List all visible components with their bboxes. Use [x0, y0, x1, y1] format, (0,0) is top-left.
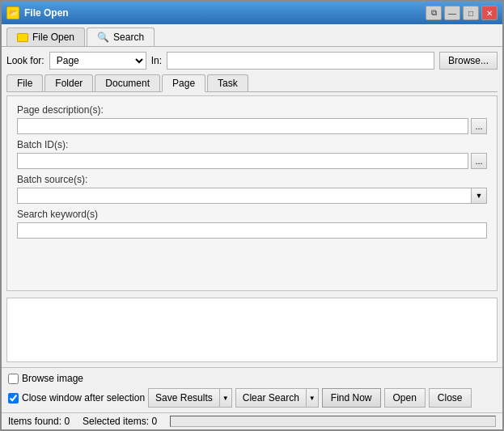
browse-image-checkbox[interactable]	[8, 374, 19, 384]
tab-file-open-label: File Open	[32, 32, 74, 43]
tab-file[interactable]: File	[6, 74, 43, 91]
tab-folder[interactable]: Folder	[44, 74, 93, 91]
batch-id-browse-button[interactable]: ...	[471, 153, 487, 169]
tab-task[interactable]: Task	[207, 74, 248, 91]
page-desc-label: Page description(s):	[17, 104, 487, 116]
tab-search[interactable]: 🔍 Search	[87, 27, 155, 46]
batch-source-row: ▼	[17, 188, 487, 204]
title-bar: 📂 File Open ⧉ — □ ✕	[2, 2, 502, 24]
minimize-button[interactable]: —	[444, 6, 460, 20]
tab-search-label: Search	[113, 32, 144, 43]
close-button[interactable]: Close	[429, 388, 472, 408]
clear-search-dropdown-button[interactable]: ▼	[306, 388, 319, 408]
search-keyword-input[interactable]	[17, 222, 487, 239]
clear-search-button[interactable]: Clear Search	[235, 388, 306, 408]
main-window: 📂 File Open ⧉ — □ ✕ File Open 🔍 Search L…	[0, 0, 504, 431]
app-icon: 📂	[6, 6, 19, 19]
inner-tab-bar: File Folder Document Page Task	[6, 74, 498, 92]
batch-source-group: Batch source(s): ▼	[17, 174, 487, 204]
tab-page[interactable]: Page	[162, 74, 205, 92]
bottom-actions: Close window after selection Save Result…	[8, 388, 496, 408]
selected-items-label: Selected items:	[83, 416, 149, 427]
status-bar: Items found: 0 Selected items: 0	[2, 412, 502, 429]
items-found-label: Items found:	[8, 416, 61, 427]
page-desc-group: Page description(s): ...	[17, 104, 487, 134]
page-desc-browse-button[interactable]: ...	[471, 118, 487, 134]
clear-search-split-button: Clear Search ▼	[235, 388, 319, 408]
close-window-checkbox-item: Close window after selection	[8, 392, 145, 404]
browse-image-checkbox-item: Browse image	[8, 373, 83, 384]
selected-items-text: Selected items: 0	[83, 416, 157, 427]
batch-id-input[interactable]	[17, 153, 468, 169]
batch-source-input[interactable]	[17, 188, 471, 204]
find-now-button[interactable]: Find Now	[322, 388, 381, 408]
batch-id-group: Batch ID(s): ...	[17, 139, 487, 169]
title-bar-left: 📂 File Open	[6, 6, 69, 19]
look-for-label: Look for:	[6, 55, 44, 66]
tab-document[interactable]: Document	[95, 74, 160, 91]
folder-icon	[17, 33, 28, 42]
content-area: Look for: Page File Folder Document Task…	[2, 47, 502, 367]
close-window-label[interactable]: Close window after selection	[22, 392, 145, 404]
page-desc-row: ...	[17, 118, 487, 134]
tab-file-open[interactable]: File Open	[6, 27, 85, 46]
maximize-button[interactable]: □	[463, 6, 479, 20]
items-found-value: 0	[64, 416, 70, 427]
bottom-bar: Browse image Close window after selectio…	[2, 367, 502, 412]
close-window-button[interactable]: ✕	[481, 6, 498, 20]
preview-area	[6, 298, 498, 362]
keyword-group: Search keyword(s)	[17, 209, 487, 239]
selected-items-value: 0	[151, 416, 157, 427]
open-button[interactable]: Open	[384, 388, 426, 408]
search-keyword-label: Search keyword(s)	[17, 209, 487, 220]
browse-image-label[interactable]: Browse image	[22, 373, 83, 384]
restore-button[interactable]: ⧉	[426, 6, 442, 20]
items-found-text: Items found: 0	[8, 416, 70, 427]
batch-id-label: Batch ID(s):	[17, 139, 487, 150]
browse-button[interactable]: Browse...	[439, 52, 498, 70]
form-section: Page description(s): ... Batch ID(s): ..…	[6, 95, 498, 291]
save-results-button[interactable]: Save Results	[148, 388, 219, 408]
save-results-dropdown-button[interactable]: ▼	[219, 388, 232, 408]
batch-id-row: ...	[17, 153, 487, 169]
title-bar-controls: ⧉ — □ ✕	[426, 6, 498, 20]
look-for-row: Look for: Page File Folder Document Task…	[6, 52, 498, 70]
checkbox-row: Browse image	[8, 373, 496, 384]
window-title: File Open	[24, 7, 69, 19]
batch-source-label: Batch source(s):	[17, 174, 487, 185]
in-input[interactable]	[167, 52, 434, 70]
page-desc-input[interactable]	[17, 118, 468, 134]
progress-bar	[170, 416, 496, 427]
search-tab-icon: 🔍	[97, 32, 109, 43]
batch-source-dropdown-button[interactable]: ▼	[471, 188, 487, 204]
window-tab-bar: File Open 🔍 Search	[2, 24, 502, 47]
in-label: In:	[151, 55, 162, 66]
close-window-checkbox[interactable]	[8, 393, 19, 404]
look-for-select[interactable]: Page File Folder Document Task	[49, 52, 146, 70]
save-results-split-button: Save Results ▼	[148, 388, 232, 408]
